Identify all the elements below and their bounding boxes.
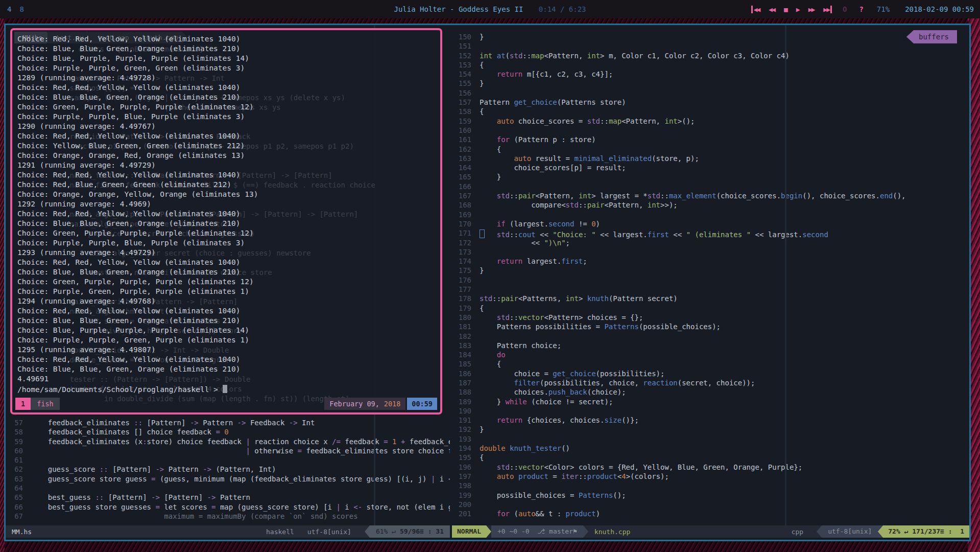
terminal-line: Choice: Blue, Blue, Green, Orange (elimi… [17,267,438,277]
code-line-60: 60 | otherwise = feedback_eliminates sto… [6,446,450,455]
repeat-indicator[interactable]: O [843,5,847,13]
line-number: 185 [452,359,471,369]
line-number: 180 [452,313,471,322]
terminal-line: Choice: Red, Red, Yellow, Yellow (elimin… [17,83,438,93]
terminal-line: Choice: Red, Red, Yellow, Yellow (elimin… [17,209,438,219]
line-number: 163 [452,154,471,163]
line-number: 60 [6,446,23,455]
line-number: 176 [452,275,471,285]
pane-knuth-cpp[interactable]: 150}151152int at(std::map<Pattern, int> … [452,25,969,525]
line-number: 179 [452,304,471,313]
line-number: 166 [452,182,471,191]
media-next-button[interactable]: ▶▶ [823,6,832,13]
code-line-185: 185 { [452,359,969,369]
code-line-190: 190 [452,406,969,416]
terminal-line: Choice: Blue, Blue, Green, Orange (elimi… [17,219,438,228]
code-line-196: 196 std::vector<Color> colors = {Red, Ye… [452,463,969,472]
code-line-66: 66 best_guess store guesses = let scores… [6,502,450,512]
code-line-166: 166 [452,182,969,191]
code-line-151: 151 [452,41,969,51]
statusline-mm-hs: MM.hs haskell utf-8[unix] 61% ↵ 59/96≡ :… [6,525,450,538]
statusline-filetype: cpp [792,528,803,536]
code-line-150: 150} [452,32,969,41]
terminal-line: Choice: Purple, Green, Purple, Purple (e… [17,287,438,296]
code-line-188: 188 choices.push_back(choice); [452,387,969,397]
line-number: 200 [452,500,471,509]
line-number: 198 [452,481,471,490]
statusline-filename: MM.hs [6,528,32,536]
terminal-line: Choice: Orange, Orange, Red, Orange (eli… [17,151,438,160]
code-line-189: 189 } while (choice != secret); [452,397,969,406]
media-forward-button[interactable]: ▶▶ [808,6,815,13]
code-line-168: 168 compare<std::pair<Pattern, int>>); [452,200,969,210]
line-number: 157 [452,98,471,107]
terminal-line: Choice: Blue, Purple, Purple, Purple (el… [17,326,438,335]
code-line-61: 61 [6,455,450,465]
code-line-191: 191 return {choices, choices.size()}; [452,416,969,425]
terminal-line: Choice: Purple, Purple, Green, Green (el… [17,63,438,73]
code-line-183: 183 Pattern choice; [452,341,969,350]
line-number: 183 [452,341,471,350]
shell-prompt[interactable]: /home/sam/Documents/School/proglang/hask… [17,384,438,394]
line-number: 189 [452,397,471,406]
color-column [785,25,786,525]
media-play-button[interactable]: ▶ [796,6,799,13]
line-number: 187 [452,378,471,387]
code-line-152: 152int at(std::map<Pattern, int> m, Colo… [452,51,969,60]
media-stop-button[interactable]: ■ [784,6,787,13]
media-rewind-button[interactable]: ◀◀ [769,6,775,13]
line-number: 199 [452,491,471,500]
code-line-163: 163 auto result = minimal_eliminated(sto… [452,154,969,163]
terminal-line: Choice: Red, Red, Yellow, Yellow (elimin… [17,306,438,316]
code-line-167: 167 std::pair<Pattern, int> largest = *s… [452,191,969,200]
tmux-window-name[interactable]: fish [31,398,60,410]
code-line-171: 171 std::cout << "Choice: " << largest.f… [452,228,969,238]
code-line-179: 179{ [452,304,969,313]
line-number: 188 [452,387,471,397]
random-indicator[interactable]: ? [859,5,863,13]
line-number: 65 [6,493,23,502]
media-prev-button[interactable]: ◀◀ [751,6,760,13]
song-title: Julia Holter - Goddess Eyes II [394,5,523,13]
line-number: 167 [452,191,471,200]
line-number: 194 [452,444,471,453]
statusline-filetype: haskell [266,528,294,536]
code-line-176: 176 [452,275,969,285]
terminal-line: Choice: Purple, Purple, Green, Purple (e… [17,335,438,345]
line-number: 155 [452,79,471,88]
workspace-8[interactable]: 8 [19,5,23,13]
volume-indicator: 71% [877,5,890,13]
code-line-175: 175} [452,266,969,275]
line-number: 178 [452,294,471,303]
line-number: 174 [452,257,471,266]
terminal-output: Choice: Red, Red, Yellow, Yellow (elimin… [17,34,438,397]
code-line-194: 194double knuth_tester() [452,444,969,453]
line-number: 169 [452,210,471,219]
workspace-4[interactable]: 4 [7,5,11,13]
line-number: 164 [452,163,471,172]
code-line-157: 157Pattern get_choice(Patterns store) [452,98,969,107]
code-line-59: 59 feedback_eliminates (x:store) choice … [6,437,450,446]
tmux-window-index[interactable]: 1 [15,398,31,410]
terminal-window[interactable]: MM.hstest.pytest.cppknuth.cpp colors = [… [10,28,442,415]
line-number: 173 [452,247,471,257]
line-number: 57 [6,418,23,427]
line-number: 184 [452,350,471,359]
terminal-line: 1291 (running average: 4.49729) [17,160,438,170]
line-number: 170 [452,219,471,228]
code-line-164: 164 choice_scores[p] = result; [452,163,969,172]
terminal-line: Choice: Red, Red, Yellow, Yellow (elimin… [17,258,438,267]
code-line-201: 201 for (auto&& t : product) [452,509,969,518]
terminal-line: Choice: Red, Red, Yellow, Yellow (elimin… [17,131,438,141]
terminal-line: 1289 (running average: 4.49728) [17,73,438,83]
tmux-date: February 09, 2018 [324,398,405,410]
code-line-195: 195{ [452,453,969,462]
terminal-line: Choice: Yellow, Blue, Green, Green (elim… [17,141,438,151]
code-line-63: 63 guess_score store guess = (guess, min… [6,474,450,484]
terminal-line: Choice: Blue, Blue, Green, Orange (elimi… [17,316,438,326]
terminal-line: Choice: Blue, Blue, Green, Orange (elimi… [17,364,438,374]
code-line-199: 199 possible_choices = Patterns(); [452,491,969,500]
code-line-193: 193 [452,434,969,444]
line-number: 158 [452,107,471,116]
statusline-encoding: utf-8[unix] [822,525,878,538]
